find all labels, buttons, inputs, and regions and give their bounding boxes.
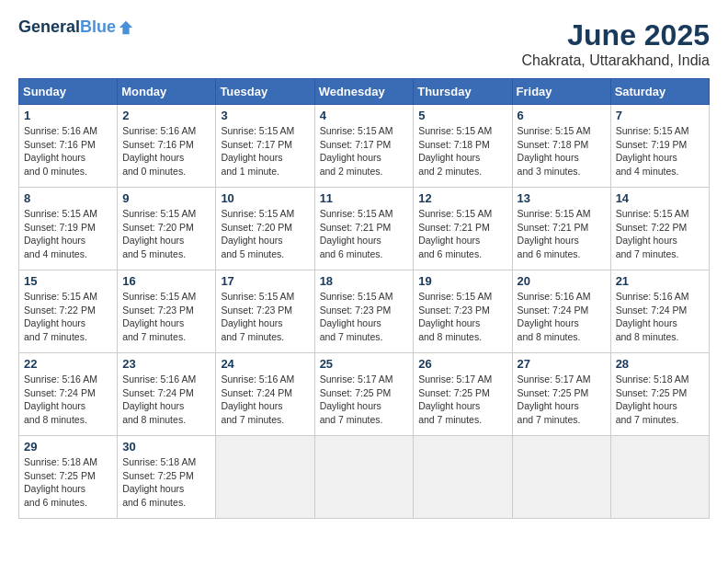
day-info: Sunrise: 5:15 AMSunset: 7:23 PMDaylight …: [122, 290, 210, 344]
day-info: Sunrise: 5:16 AMSunset: 7:16 PMDaylight …: [24, 124, 112, 178]
title-area: June 2025 Chakrata, Uttarakhand, India: [521, 18, 710, 69]
day-number: 30: [122, 440, 210, 454]
day-info: Sunrise: 5:18 AMSunset: 7:25 PMDaylight …: [122, 455, 210, 510]
day-number: 10: [221, 191, 309, 205]
day-number: 6: [518, 109, 606, 122]
logo-text: GeneralBlue: [18, 18, 116, 37]
day-info: Sunrise: 5:15 AMSunset: 7:19 PMDaylight …: [24, 207, 112, 261]
day-number: 19: [418, 274, 506, 288]
calendar-day: 21Sunrise: 5:16 AMSunset: 7:24 PMDayligh…: [610, 270, 709, 353]
calendar-week-5: 29Sunrise: 5:18 AMSunset: 7:25 PMDayligh…: [19, 436, 710, 519]
calendar-day: [216, 436, 314, 519]
location-title: Chakrata, Uttarakhand, India: [521, 52, 710, 69]
day-info: Sunrise: 5:17 AMSunset: 7:25 PMDaylight …: [518, 373, 606, 427]
day-number: 3: [221, 109, 309, 122]
calendar-week-1: 1Sunrise: 5:16 AMSunset: 7:16 PMDaylight…: [19, 105, 710, 188]
day-info: Sunrise: 5:15 AMSunset: 7:20 PMDaylight …: [122, 207, 210, 261]
day-number: 27: [518, 357, 606, 371]
day-number: 23: [122, 357, 210, 371]
logo-icon: [118, 19, 134, 36]
calendar-day: 4Sunrise: 5:15 AMSunset: 7:17 PMDaylight…: [314, 105, 414, 188]
day-info: Sunrise: 5:16 AMSunset: 7:24 PMDaylight …: [221, 373, 309, 427]
calendar-day: 28Sunrise: 5:18 AMSunset: 7:25 PMDayligh…: [610, 353, 709, 436]
calendar-day: [512, 436, 610, 519]
day-info: Sunrise: 5:15 AMSunset: 7:18 PMDaylight …: [418, 124, 506, 178]
calendar-day: [314, 436, 414, 519]
day-number: 13: [518, 191, 606, 205]
day-number: 20: [518, 274, 606, 288]
day-info: Sunrise: 5:18 AMSunset: 7:25 PMDaylight …: [24, 455, 112, 510]
logo: GeneralBlue: [18, 18, 134, 37]
calendar-week-3: 15Sunrise: 5:15 AMSunset: 7:22 PMDayligh…: [19, 270, 710, 353]
weekday-header-monday: Monday: [118, 79, 216, 105]
calendar-day: 14Sunrise: 5:15 AMSunset: 7:22 PMDayligh…: [610, 188, 709, 270]
day-info: Sunrise: 5:15 AMSunset: 7:21 PMDaylight …: [518, 207, 606, 261]
calendar-day: 5Sunrise: 5:15 AMSunset: 7:18 PMDaylight…: [414, 105, 512, 188]
day-info: Sunrise: 5:15 AMSunset: 7:22 PMDaylight …: [24, 290, 112, 344]
calendar-day: 29Sunrise: 5:18 AMSunset: 7:25 PMDayligh…: [19, 436, 118, 519]
page-header: GeneralBlue June 2025 Chakrata, Uttarakh…: [18, 18, 710, 69]
day-number: 4: [320, 109, 409, 122]
day-info: Sunrise: 5:16 AMSunset: 7:16 PMDaylight …: [122, 124, 210, 178]
weekday-header-friday: Friday: [512, 79, 610, 105]
day-number: 18: [320, 274, 409, 288]
day-info: Sunrise: 5:15 AMSunset: 7:19 PMDaylight …: [616, 124, 704, 178]
calendar-week-4: 22Sunrise: 5:16 AMSunset: 7:24 PMDayligh…: [19, 353, 710, 436]
day-info: Sunrise: 5:18 AMSunset: 7:25 PMDaylight …: [616, 373, 704, 427]
calendar-day: 20Sunrise: 5:16 AMSunset: 7:24 PMDayligh…: [512, 270, 610, 353]
calendar-day: [414, 436, 512, 519]
day-number: 16: [122, 274, 210, 288]
calendar-day: [610, 436, 709, 519]
day-number: 15: [24, 274, 112, 288]
day-number: 14: [616, 191, 704, 205]
calendar-day: 9Sunrise: 5:15 AMSunset: 7:20 PMDaylight…: [118, 188, 216, 270]
day-number: 22: [24, 357, 112, 371]
day-number: 28: [616, 357, 704, 371]
svg-marker-0: [119, 21, 132, 34]
day-info: Sunrise: 5:15 AMSunset: 7:20 PMDaylight …: [221, 207, 309, 261]
calendar-day: 11Sunrise: 5:15 AMSunset: 7:21 PMDayligh…: [314, 188, 414, 270]
day-info: Sunrise: 5:15 AMSunset: 7:23 PMDaylight …: [221, 290, 309, 344]
calendar-day: 19Sunrise: 5:15 AMSunset: 7:23 PMDayligh…: [414, 270, 512, 353]
calendar-day: 23Sunrise: 5:16 AMSunset: 7:24 PMDayligh…: [118, 353, 216, 436]
day-number: 5: [418, 109, 506, 122]
calendar-day: 2Sunrise: 5:16 AMSunset: 7:16 PMDaylight…: [118, 105, 216, 188]
day-info: Sunrise: 5:15 AMSunset: 7:22 PMDaylight …: [616, 207, 704, 261]
day-info: Sunrise: 5:16 AMSunset: 7:24 PMDaylight …: [616, 290, 704, 344]
day-number: 12: [418, 191, 506, 205]
weekday-header-sunday: Sunday: [19, 79, 118, 105]
day-info: Sunrise: 5:15 AMSunset: 7:18 PMDaylight …: [518, 124, 606, 178]
day-info: Sunrise: 5:16 AMSunset: 7:24 PMDaylight …: [122, 373, 210, 427]
calendar-day: 17Sunrise: 5:15 AMSunset: 7:23 PMDayligh…: [216, 270, 314, 353]
calendar-day: 26Sunrise: 5:17 AMSunset: 7:25 PMDayligh…: [414, 353, 512, 436]
day-info: Sunrise: 5:16 AMSunset: 7:24 PMDaylight …: [24, 373, 112, 427]
calendar-day: 27Sunrise: 5:17 AMSunset: 7:25 PMDayligh…: [512, 353, 610, 436]
calendar-day: 7Sunrise: 5:15 AMSunset: 7:19 PMDaylight…: [610, 105, 709, 188]
day-info: Sunrise: 5:16 AMSunset: 7:24 PMDaylight …: [518, 290, 606, 344]
day-number: 8: [24, 191, 112, 205]
day-number: 11: [320, 191, 409, 205]
day-info: Sunrise: 5:15 AMSunset: 7:21 PMDaylight …: [320, 207, 409, 261]
weekday-header-saturday: Saturday: [610, 79, 709, 105]
day-info: Sunrise: 5:15 AMSunset: 7:17 PMDaylight …: [320, 124, 409, 178]
weekday-header-wednesday: Wednesday: [314, 79, 414, 105]
calendar-day: 6Sunrise: 5:15 AMSunset: 7:18 PMDaylight…: [512, 105, 610, 188]
day-info: Sunrise: 5:15 AMSunset: 7:17 PMDaylight …: [221, 124, 309, 178]
day-number: 17: [221, 274, 309, 288]
calendar-day: 1Sunrise: 5:16 AMSunset: 7:16 PMDaylight…: [19, 105, 118, 188]
day-number: 25: [320, 357, 409, 371]
calendar-day: 13Sunrise: 5:15 AMSunset: 7:21 PMDayligh…: [512, 188, 610, 270]
day-info: Sunrise: 5:15 AMSunset: 7:23 PMDaylight …: [418, 290, 506, 344]
day-info: Sunrise: 5:17 AMSunset: 7:25 PMDaylight …: [320, 373, 409, 427]
day-info: Sunrise: 5:17 AMSunset: 7:25 PMDaylight …: [418, 373, 506, 427]
calendar-day: 24Sunrise: 5:16 AMSunset: 7:24 PMDayligh…: [216, 353, 314, 436]
day-number: 24: [221, 357, 309, 371]
day-info: Sunrise: 5:15 AMSunset: 7:23 PMDaylight …: [320, 290, 409, 344]
weekday-header-thursday: Thursday: [414, 79, 512, 105]
calendar-day: 8Sunrise: 5:15 AMSunset: 7:19 PMDaylight…: [19, 188, 118, 270]
calendar-day: 25Sunrise: 5:17 AMSunset: 7:25 PMDayligh…: [314, 353, 414, 436]
day-number: 26: [418, 357, 506, 371]
month-title: June 2025: [521, 18, 710, 52]
calendar-day: 15Sunrise: 5:15 AMSunset: 7:22 PMDayligh…: [19, 270, 118, 353]
calendar-day: 10Sunrise: 5:15 AMSunset: 7:20 PMDayligh…: [216, 188, 314, 270]
